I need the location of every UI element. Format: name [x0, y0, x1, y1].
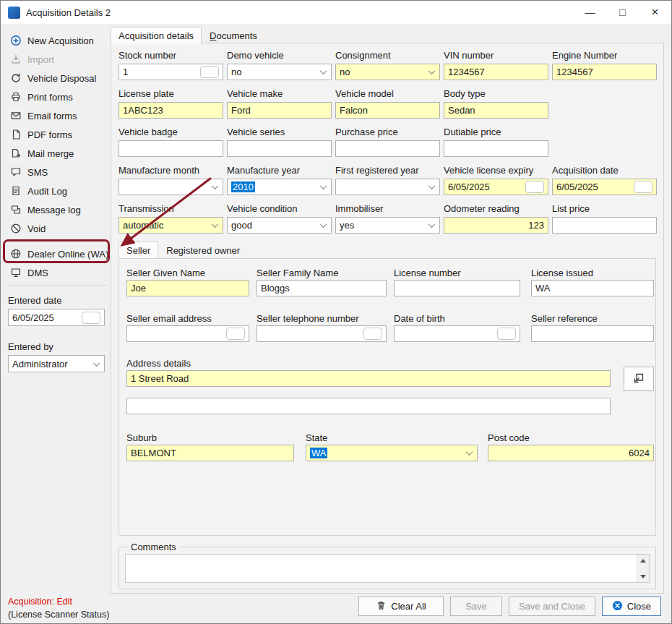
clear-all-button[interactable]: Clear All	[358, 597, 444, 616]
engine-number-input[interactable]: 1234567	[552, 64, 657, 80]
field-vehicle-make: Vehicle make Ford	[227, 88, 332, 119]
sidebar-label: SMS	[27, 167, 48, 178]
entered-date-field[interactable]: 6/05/2025	[8, 309, 105, 326]
odometer-reading-input[interactable]: 123	[444, 217, 548, 234]
tab-seller[interactable]: Seller	[119, 242, 158, 258]
address-details-input[interactable]: 1 Street Road	[126, 370, 611, 387]
date-picker-button[interactable]	[525, 181, 544, 193]
close-button[interactable]: Close	[602, 597, 661, 616]
seller-email-input[interactable]	[126, 325, 249, 342]
license-number-input[interactable]	[394, 280, 520, 296]
form-row: Transmission automatic Vehicle condition…	[119, 203, 656, 234]
telephone-action-button[interactable]	[363, 328, 382, 340]
sidebar-item-audit-log[interactable]: Audit Log	[7, 181, 109, 200]
scroll-up-button[interactable]	[637, 555, 649, 566]
chevron-down-icon	[91, 362, 102, 367]
entered-date-picker-button[interactable]	[82, 312, 100, 324]
date-of-birth-input[interactable]	[394, 325, 520, 342]
entered-date-value: 6/05/2025	[12, 312, 77, 323]
chevron-down-icon	[318, 223, 329, 228]
tab-documents[interactable]: Documents	[202, 27, 265, 43]
vehicle-condition-combo[interactable]: good	[227, 217, 332, 234]
vehicle-make-input[interactable]: Ford	[227, 102, 332, 119]
stock-number-input[interactable]: 1	[119, 64, 223, 80]
audit-log-icon	[10, 185, 22, 197]
seller-telephone-input[interactable]	[257, 325, 387, 342]
chevron-down-icon	[210, 223, 220, 228]
sidebar-item-dealer-online-wa[interactable]: Dealer Online (WA)	[7, 244, 109, 263]
sidebar-item-pdf-forms[interactable]: PDF forms	[7, 125, 109, 144]
transmission-combo[interactable]: automatic	[119, 217, 223, 234]
email-action-button[interactable]	[226, 328, 245, 340]
address-lookup-button[interactable]	[624, 367, 654, 391]
manufacture-year-combo[interactable]: 2010	[227, 179, 332, 195]
sidebar-item-sms[interactable]: SMS	[7, 163, 109, 181]
vehicle-badge-input[interactable]	[119, 140, 223, 157]
vehicle-license-expiry-input[interactable]: 6/05/2025	[444, 179, 548, 195]
seller-tab-strip: Seller Registered owner	[119, 242, 656, 258]
comments-scrollbar[interactable]	[637, 555, 649, 582]
vehicle-model-input[interactable]: Falcon	[335, 102, 440, 119]
main-tab-strip: Acquisition details Documents	[111, 27, 265, 43]
minimize-button[interactable]: —	[574, 1, 606, 24]
immobiliser-combo[interactable]: yes	[335, 217, 440, 234]
sidebar-item-mail-merge[interactable]: Mail merge	[7, 144, 109, 163]
sidebar-item-message-log[interactable]: Message log	[7, 200, 109, 219]
field-consignment: Consignment no	[335, 50, 440, 80]
scroll-down-button[interactable]	[637, 570, 649, 582]
sidebar-item-new-acquisition[interactable]: New Acquisition	[7, 31, 109, 50]
sidebar-item-vehicle-disposal[interactable]: Vehicle Disposal	[7, 69, 109, 87]
chevron-down-icon	[210, 184, 220, 189]
first-registered-year-combo[interactable]	[335, 179, 440, 195]
entered-by-combo[interactable]: Administrator	[8, 355, 105, 372]
title-bar: Acquisition Details 2 — □ ×	[1, 1, 671, 24]
suburb-input[interactable]: BELMONT	[126, 445, 294, 461]
field-vehicle-condition: Vehicle condition good	[227, 203, 332, 234]
address-line2-input[interactable]	[126, 398, 611, 414]
acquisition-date-input[interactable]: 6/05/2025	[552, 179, 657, 195]
stock-number-button[interactable]	[200, 66, 219, 78]
tab-registered-owner[interactable]: Registered owner	[158, 242, 248, 258]
vehicle-series-input[interactable]	[227, 140, 332, 157]
body-type-input[interactable]: Sedan	[444, 102, 548, 119]
sidebar-item-email-forms[interactable]: Email forms	[7, 106, 109, 125]
license-issued-input[interactable]: WA	[531, 280, 654, 296]
chevron-down-icon	[318, 69, 329, 74]
license-plate-input[interactable]: 1ABC123	[119, 102, 223, 119]
recycle-icon	[10, 72, 22, 84]
consignment-combo[interactable]: no	[335, 64, 440, 80]
save-button: Save	[450, 597, 502, 616]
close-window-button[interactable]: ×	[639, 1, 671, 24]
sidebar-item-dms[interactable]: DMS	[7, 263, 109, 282]
date-picker-button[interactable]	[634, 181, 652, 193]
seller-reference-input[interactable]	[531, 325, 654, 342]
purchase-price-input[interactable]	[335, 140, 440, 157]
entered-by-label: Entered by	[8, 341, 109, 352]
dutiable-price-input[interactable]	[444, 140, 548, 157]
suburb-label: Suburb	[126, 432, 157, 444]
vin-number-input[interactable]: 1234567	[444, 64, 548, 80]
maximize-button[interactable]: □	[606, 1, 639, 24]
comments-textarea[interactable]	[125, 554, 650, 583]
sidebar-item-void[interactable]: Void	[7, 219, 109, 238]
list-price-input[interactable]	[552, 217, 657, 234]
post-code-input[interactable]: 6024	[488, 445, 654, 461]
field-dutiable-price: Dutiable price	[444, 127, 548, 157]
tab-acquisition-details[interactable]: Acquisition details	[111, 27, 202, 43]
sidebar-item-print-forms[interactable]: Print forms	[7, 87, 109, 106]
close-circle-icon	[612, 600, 623, 613]
printer-icon	[10, 91, 22, 103]
demo-vehicle-combo[interactable]: no	[227, 64, 332, 80]
seller-given-name-input[interactable]: Joe	[126, 280, 249, 296]
state-combo[interactable]: WA	[306, 445, 478, 461]
form-row: Stock number 1 Demo vehicle no Consignme…	[119, 50, 656, 80]
chevron-down-icon	[464, 450, 475, 456]
field-vin-number: VIN number 1234567	[444, 50, 548, 80]
date-picker-button[interactable]	[497, 328, 516, 340]
seller-family-name-input[interactable]: Bloggs	[257, 280, 387, 296]
manufacture-month-combo[interactable]	[119, 179, 223, 195]
seller-given-name-label: Seller Given Name	[126, 268, 205, 279]
field-manufacture-year: Manufacture year 2010	[227, 165, 332, 195]
sidebar-label: Audit Log	[27, 186, 67, 197]
sidebar-label: Email forms	[27, 111, 77, 121]
